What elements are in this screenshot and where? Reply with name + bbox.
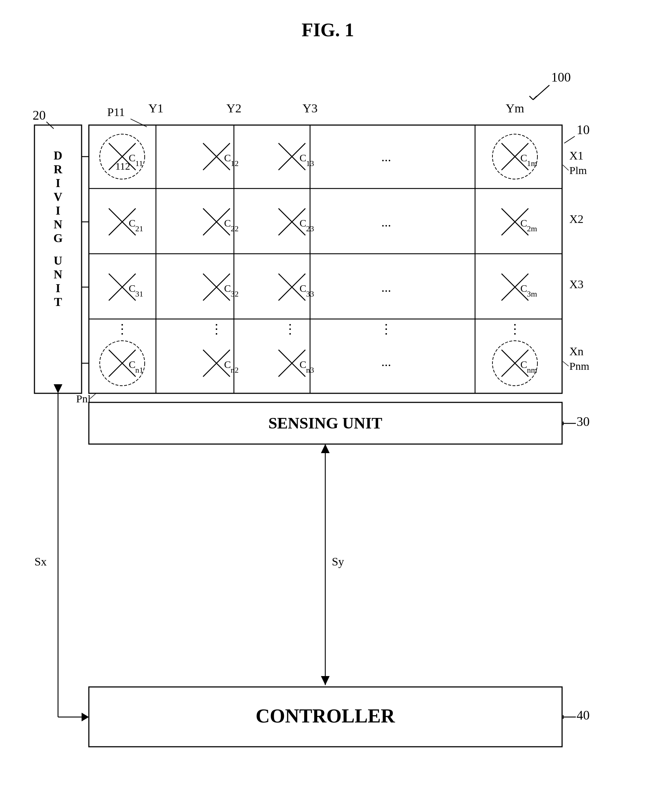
svg-text:C: C <box>300 359 306 370</box>
capacitor-Cn2: C n2 <box>203 350 238 377</box>
fig-title: FIG. 1 <box>302 20 354 40</box>
svg-text:21: 21 <box>135 224 143 233</box>
svg-line-23 <box>130 119 147 127</box>
svg-text:R: R <box>54 163 63 176</box>
svg-text:1m: 1m <box>527 159 537 168</box>
ref-40-label: 40 <box>577 708 589 722</box>
svg-line-24 <box>563 165 569 170</box>
svg-text:31: 31 <box>135 289 143 298</box>
svg-text:C: C <box>129 218 136 229</box>
ref-30-label: 30 <box>577 414 589 429</box>
svg-line-4 <box>564 136 575 143</box>
controller-label: CONTROLLER <box>256 705 395 727</box>
ref-10-label: 10 <box>577 122 589 137</box>
ref-100-label: 100 <box>551 70 571 85</box>
svg-marker-111 <box>321 676 330 685</box>
ref-20-label: 20 <box>32 108 46 122</box>
svg-text:...: ... <box>382 215 391 230</box>
label-Y2: Y2 <box>226 102 241 115</box>
sensing-unit-label: SENSING UNIT <box>268 414 382 432</box>
label-Xn: Xn <box>569 345 583 358</box>
diagram-svg: FIG. 1 100 20 10 D R I V I N G U N I T <box>0 0 656 812</box>
label-Sx: Sx <box>34 555 47 568</box>
svg-text:2m: 2m <box>527 224 537 233</box>
label-Y3: Y3 <box>302 102 318 115</box>
svg-text:32: 32 <box>231 289 238 298</box>
svg-text:112: 112 <box>115 161 130 172</box>
svg-text:22: 22 <box>231 224 238 233</box>
svg-text:...: ... <box>382 280 391 295</box>
svg-text:C: C <box>224 218 231 229</box>
svg-text:C: C <box>520 359 527 370</box>
svg-text:...: ... <box>382 150 391 164</box>
svg-text:⋮: ⋮ <box>508 322 521 337</box>
svg-text:C: C <box>300 152 306 164</box>
svg-text:G: G <box>53 232 63 245</box>
svg-text:n3: n3 <box>306 366 314 374</box>
capacitor-Cnm: C nm <box>492 341 537 386</box>
svg-text:C: C <box>300 283 306 294</box>
sensor-grid-box <box>89 125 562 393</box>
capacitor-C1m: C 1m <box>492 134 537 179</box>
label-X3: X3 <box>569 278 583 291</box>
svg-text:N: N <box>54 218 62 231</box>
svg-text:C: C <box>520 218 527 229</box>
capacitor-C2m: C 2m <box>501 208 537 235</box>
svg-text:⋮: ⋮ <box>210 322 223 337</box>
label-X1: X1 <box>569 149 583 162</box>
svg-text:...: ... <box>382 355 391 369</box>
svg-text:C: C <box>129 359 136 370</box>
svg-text:D: D <box>54 149 62 162</box>
svg-text:U: U <box>54 254 62 267</box>
svg-text:⋮: ⋮ <box>380 322 393 337</box>
svg-text:⋮: ⋮ <box>283 322 297 337</box>
svg-text:I: I <box>56 204 60 217</box>
svg-text:3m: 3m <box>527 289 537 298</box>
svg-text:C: C <box>224 152 231 164</box>
label-Pnm: Pnm <box>569 360 589 372</box>
svg-line-26 <box>90 393 96 399</box>
svg-text:N: N <box>54 268 62 281</box>
capacitor-C22: C 22 <box>203 208 238 235</box>
svg-text:n1: n1 <box>135 366 143 374</box>
capacitor-C11: C 11 112 <box>100 134 145 179</box>
capacitor-C32: C 32 <box>203 274 238 301</box>
svg-text:I: I <box>56 282 60 295</box>
capacitor-C12: C 12 <box>203 143 238 170</box>
label-Y1: Y1 <box>148 102 164 115</box>
svg-line-2 <box>533 96 537 100</box>
label-Plm: Plm <box>569 164 587 176</box>
svg-line-25 <box>563 361 569 366</box>
svg-text:C: C <box>224 359 231 370</box>
capacitor-C23: C 23 <box>278 208 314 235</box>
svg-text:n2: n2 <box>231 366 238 374</box>
svg-text:23: 23 <box>306 224 314 233</box>
svg-text:33: 33 <box>306 289 314 298</box>
svg-marker-110 <box>321 444 330 453</box>
capacitor-C3m: C 3m <box>501 274 537 301</box>
svg-marker-114 <box>82 713 89 721</box>
svg-line-1 <box>529 96 533 100</box>
capacitor-Cn1: C n1 <box>100 341 145 386</box>
label-Sy: Sy <box>332 555 344 568</box>
label-P11: P11 <box>107 105 125 119</box>
svg-text:I: I <box>56 176 60 190</box>
svg-text:⋮: ⋮ <box>116 322 129 337</box>
capacitor-C33: C 33 <box>278 274 314 301</box>
svg-text:nm: nm <box>527 366 537 374</box>
capacitor-C13: C 13 <box>278 143 314 170</box>
capacitor-C31: C 31 <box>109 274 143 301</box>
svg-text:C: C <box>520 152 527 164</box>
capacitor-C21: C 21 <box>109 208 143 235</box>
svg-text:V: V <box>54 190 62 203</box>
label-Ym: Ym <box>506 102 524 115</box>
svg-text:C: C <box>300 218 306 229</box>
svg-text:12: 12 <box>231 159 238 168</box>
svg-text:11: 11 <box>135 159 143 168</box>
page-container: FIG. 1 100 20 10 D R I V I N G U N I T <box>0 0 656 812</box>
svg-text:C: C <box>129 283 136 294</box>
svg-text:C: C <box>520 283 527 294</box>
svg-text:T: T <box>54 295 62 309</box>
svg-text:C: C <box>224 283 231 294</box>
capacitor-Cn3: C n3 <box>278 350 314 377</box>
